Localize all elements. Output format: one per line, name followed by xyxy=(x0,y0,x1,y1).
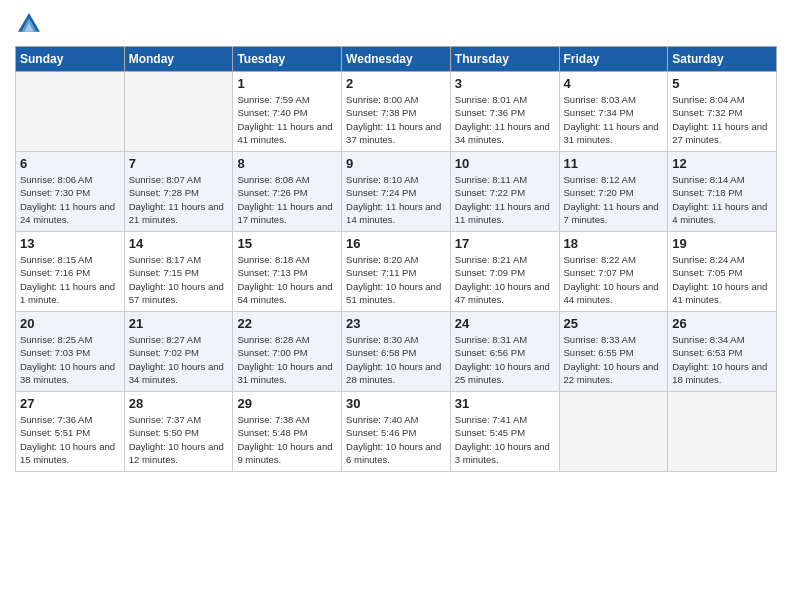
day-number: 15 xyxy=(237,236,337,251)
day-info: Sunrise: 8:10 AMSunset: 7:24 PMDaylight:… xyxy=(346,173,446,226)
weekday-tuesday: Tuesday xyxy=(233,47,342,72)
day-number: 24 xyxy=(455,316,555,331)
calendar-cell: 18Sunrise: 8:22 AMSunset: 7:07 PMDayligh… xyxy=(559,232,668,312)
calendar-cell: 23Sunrise: 8:30 AMSunset: 6:58 PMDayligh… xyxy=(342,312,451,392)
calendar-cell: 13Sunrise: 8:15 AMSunset: 7:16 PMDayligh… xyxy=(16,232,125,312)
weekday-monday: Monday xyxy=(124,47,233,72)
day-info: Sunrise: 7:37 AMSunset: 5:50 PMDaylight:… xyxy=(129,413,229,466)
day-number: 22 xyxy=(237,316,337,331)
calendar-cell: 17Sunrise: 8:21 AMSunset: 7:09 PMDayligh… xyxy=(450,232,559,312)
calendar-cell: 30Sunrise: 7:40 AMSunset: 5:46 PMDayligh… xyxy=(342,392,451,472)
calendar-cell: 26Sunrise: 8:34 AMSunset: 6:53 PMDayligh… xyxy=(668,312,777,392)
calendar-cell: 21Sunrise: 8:27 AMSunset: 7:02 PMDayligh… xyxy=(124,312,233,392)
calendar-cell: 22Sunrise: 8:28 AMSunset: 7:00 PMDayligh… xyxy=(233,312,342,392)
weekday-header-row: SundayMondayTuesdayWednesdayThursdayFrid… xyxy=(16,47,777,72)
calendar-cell: 5Sunrise: 8:04 AMSunset: 7:32 PMDaylight… xyxy=(668,72,777,152)
day-info: Sunrise: 8:20 AMSunset: 7:11 PMDaylight:… xyxy=(346,253,446,306)
calendar-cell xyxy=(124,72,233,152)
week-row-5: 27Sunrise: 7:36 AMSunset: 5:51 PMDayligh… xyxy=(16,392,777,472)
calendar-cell: 31Sunrise: 7:41 AMSunset: 5:45 PMDayligh… xyxy=(450,392,559,472)
day-number: 9 xyxy=(346,156,446,171)
day-info: Sunrise: 8:31 AMSunset: 6:56 PMDaylight:… xyxy=(455,333,555,386)
day-number: 27 xyxy=(20,396,120,411)
day-number: 10 xyxy=(455,156,555,171)
day-number: 8 xyxy=(237,156,337,171)
day-number: 28 xyxy=(129,396,229,411)
day-info: Sunrise: 8:25 AMSunset: 7:03 PMDaylight:… xyxy=(20,333,120,386)
calendar-cell xyxy=(16,72,125,152)
calendar-cell: 10Sunrise: 8:11 AMSunset: 7:22 PMDayligh… xyxy=(450,152,559,232)
day-info: Sunrise: 7:59 AMSunset: 7:40 PMDaylight:… xyxy=(237,93,337,146)
day-number: 26 xyxy=(672,316,772,331)
calendar-cell: 6Sunrise: 8:06 AMSunset: 7:30 PMDaylight… xyxy=(16,152,125,232)
day-number: 12 xyxy=(672,156,772,171)
day-number: 23 xyxy=(346,316,446,331)
day-info: Sunrise: 8:01 AMSunset: 7:36 PMDaylight:… xyxy=(455,93,555,146)
day-info: Sunrise: 8:04 AMSunset: 7:32 PMDaylight:… xyxy=(672,93,772,146)
day-info: Sunrise: 8:00 AMSunset: 7:38 PMDaylight:… xyxy=(346,93,446,146)
day-info: Sunrise: 8:34 AMSunset: 6:53 PMDaylight:… xyxy=(672,333,772,386)
weekday-friday: Friday xyxy=(559,47,668,72)
calendar-cell: 16Sunrise: 8:20 AMSunset: 7:11 PMDayligh… xyxy=(342,232,451,312)
day-info: Sunrise: 8:27 AMSunset: 7:02 PMDaylight:… xyxy=(129,333,229,386)
weekday-saturday: Saturday xyxy=(668,47,777,72)
day-number: 19 xyxy=(672,236,772,251)
day-info: Sunrise: 8:22 AMSunset: 7:07 PMDaylight:… xyxy=(564,253,664,306)
calendar-cell: 24Sunrise: 8:31 AMSunset: 6:56 PMDayligh… xyxy=(450,312,559,392)
day-info: Sunrise: 8:17 AMSunset: 7:15 PMDaylight:… xyxy=(129,253,229,306)
week-row-1: 1Sunrise: 7:59 AMSunset: 7:40 PMDaylight… xyxy=(16,72,777,152)
day-number: 2 xyxy=(346,76,446,91)
calendar-cell: 25Sunrise: 8:33 AMSunset: 6:55 PMDayligh… xyxy=(559,312,668,392)
day-info: Sunrise: 7:41 AMSunset: 5:45 PMDaylight:… xyxy=(455,413,555,466)
day-info: Sunrise: 7:36 AMSunset: 5:51 PMDaylight:… xyxy=(20,413,120,466)
calendar-cell: 1Sunrise: 7:59 AMSunset: 7:40 PMDaylight… xyxy=(233,72,342,152)
day-number: 5 xyxy=(672,76,772,91)
week-row-4: 20Sunrise: 8:25 AMSunset: 7:03 PMDayligh… xyxy=(16,312,777,392)
day-info: Sunrise: 8:07 AMSunset: 7:28 PMDaylight:… xyxy=(129,173,229,226)
calendar-cell: 9Sunrise: 8:10 AMSunset: 7:24 PMDaylight… xyxy=(342,152,451,232)
calendar-table: SundayMondayTuesdayWednesdayThursdayFrid… xyxy=(15,46,777,472)
day-number: 30 xyxy=(346,396,446,411)
day-number: 16 xyxy=(346,236,446,251)
week-row-2: 6Sunrise: 8:06 AMSunset: 7:30 PMDaylight… xyxy=(16,152,777,232)
calendar-cell: 20Sunrise: 8:25 AMSunset: 7:03 PMDayligh… xyxy=(16,312,125,392)
calendar-cell: 4Sunrise: 8:03 AMSunset: 7:34 PMDaylight… xyxy=(559,72,668,152)
day-info: Sunrise: 8:33 AMSunset: 6:55 PMDaylight:… xyxy=(564,333,664,386)
day-number: 29 xyxy=(237,396,337,411)
day-number: 4 xyxy=(564,76,664,91)
day-number: 21 xyxy=(129,316,229,331)
calendar-cell: 11Sunrise: 8:12 AMSunset: 7:20 PMDayligh… xyxy=(559,152,668,232)
day-info: Sunrise: 8:28 AMSunset: 7:00 PMDaylight:… xyxy=(237,333,337,386)
day-number: 18 xyxy=(564,236,664,251)
day-info: Sunrise: 7:38 AMSunset: 5:48 PMDaylight:… xyxy=(237,413,337,466)
day-number: 11 xyxy=(564,156,664,171)
day-number: 13 xyxy=(20,236,120,251)
calendar-cell: 29Sunrise: 7:38 AMSunset: 5:48 PMDayligh… xyxy=(233,392,342,472)
week-row-3: 13Sunrise: 8:15 AMSunset: 7:16 PMDayligh… xyxy=(16,232,777,312)
day-number: 1 xyxy=(237,76,337,91)
weekday-wednesday: Wednesday xyxy=(342,47,451,72)
day-number: 20 xyxy=(20,316,120,331)
day-info: Sunrise: 8:08 AMSunset: 7:26 PMDaylight:… xyxy=(237,173,337,226)
day-info: Sunrise: 8:06 AMSunset: 7:30 PMDaylight:… xyxy=(20,173,120,226)
calendar-cell xyxy=(668,392,777,472)
day-info: Sunrise: 8:24 AMSunset: 7:05 PMDaylight:… xyxy=(672,253,772,306)
day-info: Sunrise: 8:12 AMSunset: 7:20 PMDaylight:… xyxy=(564,173,664,226)
day-info: Sunrise: 8:14 AMSunset: 7:18 PMDaylight:… xyxy=(672,173,772,226)
calendar-cell: 2Sunrise: 8:00 AMSunset: 7:38 PMDaylight… xyxy=(342,72,451,152)
page: SundayMondayTuesdayWednesdayThursdayFrid… xyxy=(0,0,792,612)
calendar-cell: 3Sunrise: 8:01 AMSunset: 7:36 PMDaylight… xyxy=(450,72,559,152)
calendar-cell: 19Sunrise: 8:24 AMSunset: 7:05 PMDayligh… xyxy=(668,232,777,312)
day-info: Sunrise: 8:18 AMSunset: 7:13 PMDaylight:… xyxy=(237,253,337,306)
calendar-cell: 27Sunrise: 7:36 AMSunset: 5:51 PMDayligh… xyxy=(16,392,125,472)
day-number: 6 xyxy=(20,156,120,171)
calendar-cell: 15Sunrise: 8:18 AMSunset: 7:13 PMDayligh… xyxy=(233,232,342,312)
weekday-sunday: Sunday xyxy=(16,47,125,72)
day-info: Sunrise: 7:40 AMSunset: 5:46 PMDaylight:… xyxy=(346,413,446,466)
calendar-cell: 8Sunrise: 8:08 AMSunset: 7:26 PMDaylight… xyxy=(233,152,342,232)
day-number: 17 xyxy=(455,236,555,251)
calendar-cell: 12Sunrise: 8:14 AMSunset: 7:18 PMDayligh… xyxy=(668,152,777,232)
day-info: Sunrise: 8:15 AMSunset: 7:16 PMDaylight:… xyxy=(20,253,120,306)
day-number: 7 xyxy=(129,156,229,171)
weekday-thursday: Thursday xyxy=(450,47,559,72)
